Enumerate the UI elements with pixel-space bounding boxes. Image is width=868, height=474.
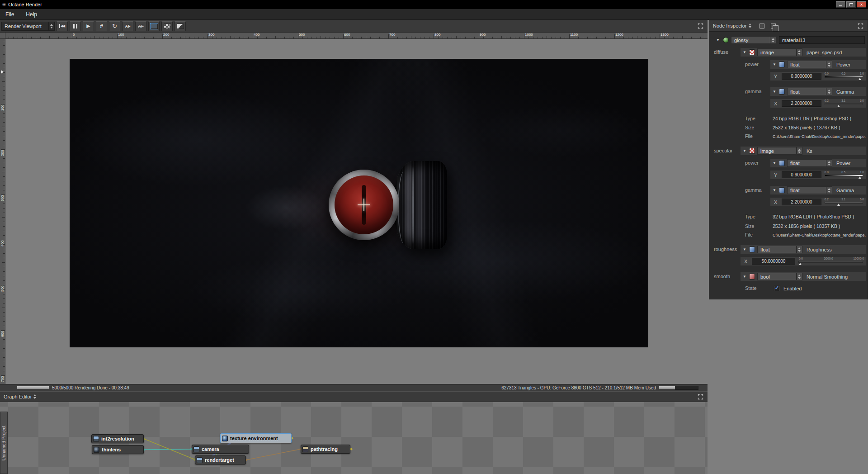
ruler-tick [194, 37, 194, 38]
autofocus-off-button[interactable]: AF [135, 21, 146, 31]
copy-node-icon[interactable] [760, 24, 764, 28]
enabled-checkbox[interactable] [774, 286, 779, 291]
collapse-arrow-icon[interactable]: ▼ [742, 275, 747, 279]
slider-marker[interactable] [837, 105, 840, 107]
node-name[interactable]: Roughness [805, 247, 832, 252]
grid-overlay-button[interactable]: # [96, 21, 107, 31]
autofocus-on-button[interactable]: AF [122, 21, 133, 31]
gamma-slider[interactable]: 0.2 3.1 6.0 [824, 99, 864, 108]
spinner-arrows-icon[interactable] [826, 61, 832, 68]
spinner-arrows-icon[interactable] [48, 22, 54, 30]
graph-node-int2resolution[interactable]: int2resolution [91, 434, 144, 443]
spinner-arrows-icon[interactable] [826, 187, 832, 194]
gamma-value-input[interactable] [782, 199, 821, 205]
collapse-arrow-icon[interactable]: ▼ [742, 247, 747, 251]
ruler-tick [524, 34, 524, 38]
graph-node-pathtracing[interactable]: pathtracing [301, 445, 350, 454]
close-button[interactable]: ✕ [857, 1, 866, 8]
gamma-type-dropdown[interactable]: float [787, 186, 832, 194]
material-type-dropdown[interactable]: glossy [731, 36, 776, 44]
collapse-arrow-icon[interactable]: ▼ [742, 149, 747, 153]
ruler-tick [3, 267, 5, 267]
node-name[interactable]: Gamma [835, 89, 854, 95]
roughness-value-input[interactable] [752, 258, 795, 265]
ruler-tick [3, 321, 5, 322]
power-slider[interactable]: 0.0 0.5 1.0 [824, 72, 864, 81]
graph-expand-button[interactable] [698, 394, 703, 400]
spinner-arrows-icon[interactable] [32, 392, 38, 402]
material-name-field[interactable] [779, 36, 865, 44]
specular-power-row: power ▼ float Power [709, 159, 868, 167]
graph-editor-title: Graph Editor [0, 394, 32, 399]
specular-type-dropdown[interactable]: image [757, 147, 802, 155]
collapse-arrow-icon[interactable]: ▼ [772, 161, 777, 165]
display-mode-split-button[interactable] [175, 21, 186, 31]
texture-file-name[interactable]: paper_spec.psd [805, 50, 842, 55]
slider-tick-label: 3.1 [841, 198, 845, 201]
collapse-arrow-icon[interactable]: ▼ [772, 90, 777, 94]
restart-render-button[interactable]: ◀◀ [57, 21, 68, 31]
ruler-tick [3, 113, 5, 114]
node-name[interactable]: Power [835, 62, 850, 67]
spinner-arrows-icon[interactable] [796, 246, 802, 253]
spinner-arrows-icon[interactable] [796, 273, 802, 280]
minimize-button[interactable] [836, 1, 845, 8]
value-strip: Y 0.0 0.5 1.0 [770, 171, 866, 179]
collapse-arrow-icon[interactable]: ▼ [772, 62, 777, 66]
collapse-arrow-icon[interactable]: ▼ [716, 38, 720, 42]
inspector-expand-button[interactable] [858, 23, 863, 29]
node-name[interactable]: Gamma [835, 188, 854, 193]
slider-marker[interactable] [799, 263, 802, 265]
graph-node-texture-environment[interactable]: texture environment [220, 433, 292, 443]
power-type-dropdown[interactable]: float [787, 159, 832, 167]
resume-render-button[interactable]: ▶ [83, 21, 94, 31]
camera-icon [193, 446, 199, 452]
slider-marker[interactable] [859, 78, 861, 80]
power-type-dropdown[interactable]: float [787, 61, 832, 68]
panel-expand-arrow-icon[interactable] [1, 70, 4, 74]
roughness-type-dropdown[interactable]: float [757, 246, 802, 253]
power-value-input[interactable] [782, 73, 821, 80]
gamma-type-dropdown[interactable]: float [787, 88, 832, 95]
slider-marker[interactable] [837, 204, 840, 206]
node-name[interactable]: Power [835, 161, 850, 166]
display-mode-normal-button[interactable] [148, 21, 160, 31]
collapse-arrow-icon[interactable]: ▼ [742, 50, 747, 54]
power-slider[interactable]: 0.0 0.5 1.0 [824, 171, 864, 179]
pause-render-button[interactable] [70, 21, 81, 31]
paste-node-icon[interactable] [771, 24, 776, 28]
graph-node-thinlens[interactable]: thinlens [92, 445, 144, 454]
render-viewport[interactable] [5, 39, 708, 384]
refresh-render-button[interactable]: ↻ [109, 21, 120, 31]
slider-track [798, 261, 863, 263]
collapse-arrow-icon[interactable]: ▼ [772, 188, 777, 192]
graph-node-camera[interactable]: camera [192, 445, 249, 454]
viewport-panel-selector[interactable]: Render Viewport [1, 22, 55, 31]
gamma-slider[interactable]: 0.2 3.1 6.0 [824, 198, 864, 206]
maximize-button[interactable] [846, 1, 856, 8]
spinner-arrows-icon[interactable] [770, 37, 776, 43]
spinner-arrows-icon[interactable] [796, 49, 802, 56]
title-bar[interactable]: ✳ Octane Render ✕ [0, 0, 868, 9]
texture-file-name[interactable]: Ks [805, 148, 812, 154]
spinner-arrows-icon[interactable] [796, 147, 802, 154]
graph-node-rendertarget[interactable]: rendertarget [195, 455, 246, 465]
node-name[interactable]: Normal Smoothing [805, 274, 848, 280]
project-tab[interactable]: Unnamed Project [0, 412, 8, 474]
ruler-tick [339, 37, 339, 38]
menu-file[interactable]: File [5, 11, 14, 18]
menu-help[interactable]: Help [26, 11, 37, 18]
spinner-arrows-icon[interactable] [747, 20, 753, 31]
display-mode-alpha-button[interactable] [161, 21, 173, 31]
diffuse-type-dropdown[interactable]: image [757, 48, 802, 56]
graph-editor-canvas[interactable]: int2resolutionthinlenstexture environmen… [0, 402, 708, 474]
smooth-type-dropdown[interactable]: bool [757, 273, 802, 280]
spinner-arrows-icon[interactable] [826, 88, 832, 95]
spinner-arrows-icon[interactable] [826, 160, 832, 166]
roughness-slider[interactable]: 0.0 5000.0 10000.0 [797, 257, 864, 265]
viewport-expand-button[interactable] [698, 23, 703, 29]
graph-node-label: rendertarget [205, 457, 234, 463]
power-value-input[interactable] [782, 171, 821, 178]
gamma-value-input[interactable] [782, 100, 821, 107]
slider-marker[interactable] [859, 176, 861, 179]
